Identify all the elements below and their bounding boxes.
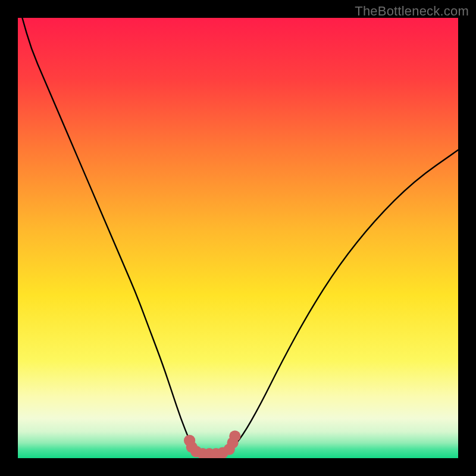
watermark-text: TheBottleneck.com: [355, 4, 469, 19]
marker-dot: [229, 430, 240, 441]
stage: TheBottleneck.com: [0, 0, 476, 476]
plot-area: [18, 18, 458, 458]
bottom-marker-cluster: [18, 18, 458, 458]
